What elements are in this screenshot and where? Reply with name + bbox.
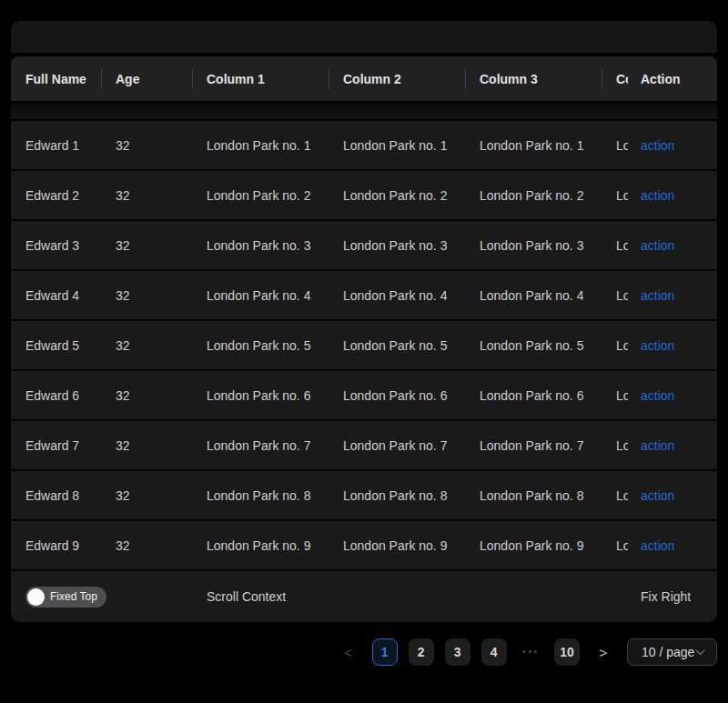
pagination: < 1234•••10 > 10 / page xyxy=(336,638,717,666)
cell-age: 32 xyxy=(101,338,192,353)
cell-column1: London Park no. 5 xyxy=(192,338,329,353)
cell-column1: London Park no. 3 xyxy=(192,238,329,253)
footer-cell-scroll-context: Scroll Context xyxy=(192,589,329,604)
footer-cell-fix-right: Fix Right xyxy=(628,571,717,622)
column-header-action: Action xyxy=(641,72,681,86)
switch-knob-icon xyxy=(27,588,45,606)
cell-column1: London Park no. 6 xyxy=(192,388,329,403)
column-header: Age xyxy=(101,72,192,86)
cell-column2: London Park no. 4 xyxy=(329,288,465,303)
scrolled-row-remnant xyxy=(11,103,717,121)
action-header-cell-fixed: Action xyxy=(628,56,717,101)
cell-column1: London Park no. 9 xyxy=(192,538,329,553)
cell-column3: London Park no. 8 xyxy=(465,488,602,503)
cell-column1: London Park no. 8 xyxy=(192,488,329,503)
cell-action-fixed: action xyxy=(628,471,717,519)
card-toolbar xyxy=(11,21,717,53)
jump-pages-ellipsis: ••• xyxy=(518,638,543,666)
data-table: Full NameAgeColumn 1Column 2Column 3Colu… xyxy=(11,56,717,622)
cell-age: 32 xyxy=(101,388,192,403)
chevron-down-icon xyxy=(695,649,705,656)
action-link[interactable]: action xyxy=(641,338,674,353)
cell-column1: London Park no. 2 xyxy=(192,188,329,203)
cell-age: 32 xyxy=(101,438,192,453)
cell-full-name: Edward 1 xyxy=(11,138,101,153)
table-row: Edward 9 32 London Park no. 9 London Par… xyxy=(11,521,717,571)
switch-label: Fixed Top xyxy=(50,590,97,603)
cell-column2: London Park no. 7 xyxy=(329,438,465,453)
column-header: Column 2 xyxy=(329,72,465,86)
footer-cell-switch: Fixed Top xyxy=(11,587,101,608)
cell-full-name: Edward 7 xyxy=(11,438,101,453)
cell-full-name: Edward 4 xyxy=(11,288,101,303)
table-row: Edward 1 32 London Park no. 1 London Par… xyxy=(11,121,717,171)
table-row: Edward 4 32 London Park no. 4 London Par… xyxy=(11,271,717,321)
cell-column3: London Park no. 2 xyxy=(465,188,602,203)
cell-column3: London Park no. 6 xyxy=(465,388,602,403)
fixed-top-switch[interactable]: Fixed Top xyxy=(25,587,106,608)
cell-column2: London Park no. 9 xyxy=(329,538,465,553)
cell-column3: London Park no. 5 xyxy=(465,338,602,353)
column-header: Column 3 xyxy=(465,72,602,86)
cell-action-fixed: action xyxy=(628,371,717,419)
page-button-10[interactable]: 10 xyxy=(554,638,580,666)
page-button-3[interactable]: 3 xyxy=(445,638,470,666)
cell-column3: London Park no. 3 xyxy=(465,238,602,253)
cell-action-fixed: action xyxy=(628,121,717,169)
next-page-button[interactable]: > xyxy=(591,638,616,666)
cell-column3: London Park no. 7 xyxy=(465,438,602,453)
action-link[interactable]: action xyxy=(641,138,674,153)
action-link[interactable]: action xyxy=(641,388,674,403)
table-body: Edward 1 32 London Park no. 1 London Par… xyxy=(11,121,717,571)
action-link[interactable]: action xyxy=(641,288,674,303)
cell-column2: London Park no. 2 xyxy=(329,188,465,203)
table-card: Full NameAgeColumn 1Column 2Column 3Colu… xyxy=(11,21,717,622)
cell-full-name: Edward 8 xyxy=(11,488,101,503)
cell-column2: London Park no. 6 xyxy=(329,388,465,403)
page-size-value: 10 / page xyxy=(642,645,694,659)
table-footer-row: Fixed Top Scroll Context Fix Right xyxy=(11,571,717,622)
page-button-1[interactable]: 1 xyxy=(372,638,398,666)
column-header: Full Name xyxy=(11,72,101,86)
cell-action-fixed: action xyxy=(628,171,717,219)
page-button-2[interactable]: 2 xyxy=(409,638,434,666)
cell-full-name: Edward 5 xyxy=(11,338,101,353)
table-header-row: Full NameAgeColumn 1Column 2Column 3Colu… xyxy=(11,56,717,103)
cell-column2: London Park no. 1 xyxy=(329,138,465,153)
cell-column3: London Park no. 1 xyxy=(465,138,602,153)
cell-action-fixed: action xyxy=(628,221,717,269)
cell-age: 32 xyxy=(101,238,192,253)
table-row: Edward 8 32 London Park no. 8 London Par… xyxy=(11,471,717,521)
action-link[interactable]: action xyxy=(641,438,674,453)
cell-column1: London Park no. 1 xyxy=(192,138,329,153)
page-buttons: 1234•••10 xyxy=(372,638,580,666)
cell-action-fixed: action xyxy=(628,271,717,319)
cell-column3: London Park no. 9 xyxy=(465,538,602,553)
cell-age: 32 xyxy=(101,188,192,203)
page-button-4[interactable]: 4 xyxy=(481,638,507,666)
page-size-select[interactable]: 10 / page xyxy=(627,638,717,666)
action-link[interactable]: action xyxy=(641,238,674,253)
cell-column2: London Park no. 8 xyxy=(329,488,465,503)
action-link[interactable]: action xyxy=(641,538,674,553)
cell-full-name: Edward 2 xyxy=(11,188,101,203)
cell-age: 32 xyxy=(101,488,192,503)
cell-column1: London Park no. 4 xyxy=(192,288,329,303)
action-link[interactable]: action xyxy=(641,188,674,203)
cell-age: 32 xyxy=(101,538,192,553)
cell-action-fixed: action xyxy=(628,421,717,469)
cell-age: 32 xyxy=(101,138,192,153)
table-row: Edward 3 32 London Park no. 3 London Par… xyxy=(11,221,717,271)
fix-right-label: Fix Right xyxy=(641,589,691,604)
cell-column2: London Park no. 3 xyxy=(329,238,465,253)
cell-full-name: Edward 9 xyxy=(11,538,101,553)
table-row: Edward 5 32 London Park no. 5 London Par… xyxy=(11,321,717,371)
action-link[interactable]: action xyxy=(641,488,674,503)
cell-action-fixed: action xyxy=(628,321,717,369)
prev-page-button[interactable]: < xyxy=(336,638,361,666)
cell-column3: London Park no. 4 xyxy=(465,288,602,303)
cell-age: 32 xyxy=(101,288,192,303)
table-row: Edward 2 32 London Park no. 2 London Par… xyxy=(11,171,717,221)
cell-column1: London Park no. 7 xyxy=(192,438,329,453)
cell-full-name: Edward 3 xyxy=(11,238,101,253)
